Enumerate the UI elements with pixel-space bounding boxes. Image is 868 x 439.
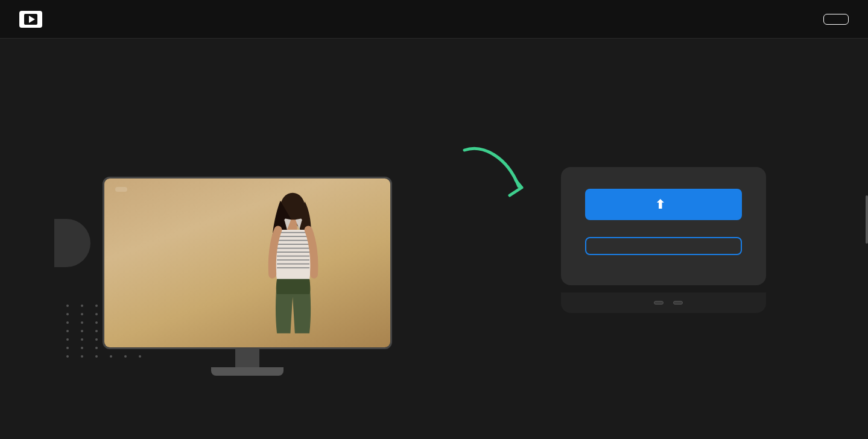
decorative-dot <box>81 355 83 358</box>
main-content: const dp = document.querySelector('.dot-… <box>0 39 868 439</box>
monitor-stand <box>235 349 259 367</box>
upload-card: ⬆ <box>561 167 766 285</box>
hero-left: const dp = document.querySelector('.dot-… <box>103 114 513 376</box>
scrollbar[interactable] <box>866 195 868 244</box>
monitor-screen <box>104 178 390 347</box>
decorative-dot <box>95 355 98 358</box>
logo-icon <box>19 11 42 28</box>
decorative-dot <box>81 347 83 349</box>
decorative-dot <box>66 347 69 349</box>
decorative-dot <box>66 330 69 332</box>
navbar <box>0 0 868 39</box>
hero-right: ⬆ <box>561 167 766 323</box>
decorative-dot <box>95 347 98 349</box>
decorative-dot <box>66 313 69 315</box>
upload-clip-button[interactable]: ⬆ <box>585 189 742 220</box>
paste-area <box>561 292 766 313</box>
monitor-label <box>115 187 127 192</box>
upload-icon: ⬆ <box>655 197 665 212</box>
decorative-dot <box>66 321 69 324</box>
decorative-dot <box>66 355 69 358</box>
decorative-dot <box>95 321 98 324</box>
monitor-display <box>103 177 392 376</box>
logo[interactable] <box>19 11 48 28</box>
search-gif-button[interactable] <box>585 237 742 255</box>
decorative-dot <box>66 305 69 307</box>
login-signup-button[interactable] <box>823 14 849 25</box>
decorative-dot <box>81 321 83 324</box>
monitor-base <box>211 367 284 376</box>
kbd-v <box>673 301 683 305</box>
decorative-dot <box>81 330 83 332</box>
woman-figure <box>246 191 342 347</box>
decorative-dot <box>95 305 98 307</box>
decorative-dot <box>95 313 98 315</box>
decorative-dot <box>95 330 98 332</box>
decorative-dot <box>66 338 69 341</box>
decorative-dot <box>81 338 83 341</box>
hero-title <box>103 114 513 160</box>
decorative-shape <box>54 219 90 267</box>
decorative-dot <box>95 338 98 341</box>
kbd-cmd <box>654 301 664 305</box>
decorative-dot <box>81 305 83 307</box>
decorative-dot <box>81 313 83 315</box>
monitor-frame <box>103 177 392 349</box>
decorative-arrow <box>458 144 531 204</box>
